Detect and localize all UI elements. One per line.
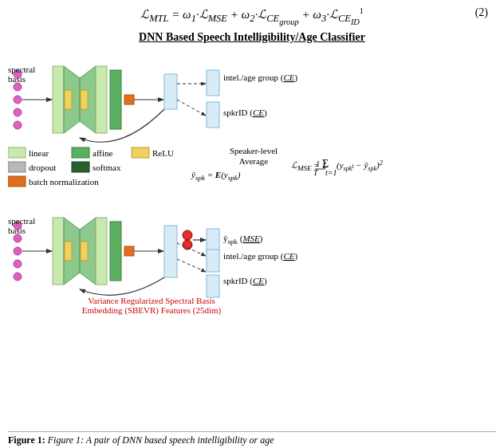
svg-rect-64 <box>207 275 219 297</box>
svg-rect-56 <box>164 226 177 277</box>
svg-rect-29 <box>72 162 89 172</box>
equation-number: (2) <box>475 6 488 19</box>
svg-rect-52 <box>81 242 88 261</box>
svg-text:batch normalization: batch normalization <box>29 177 99 187</box>
svg-text:softmax: softmax <box>93 163 121 172</box>
svg-rect-7 <box>53 66 64 133</box>
spectral-basis-label-top: spectral <box>8 65 35 74</box>
svg-rect-23 <box>72 147 89 158</box>
svg-text:linear: linear <box>29 148 49 158</box>
sbevr-line1: Variance Regularized Spectral Basis <box>88 296 215 305</box>
svg-text:Average: Average <box>239 156 269 166</box>
spkrid-bottom-label: spkrID (CE) <box>223 276 267 286</box>
svg-text:affine: affine <box>93 148 113 158</box>
equation-text: ℒMTL = ω1·ℒMSE + ω2·ℒCEgroup + ω3·ℒCEID1 <box>140 8 364 21</box>
figure-label: Figure 1: <box>8 434 45 446</box>
intel-age-bottom-label: intel./age group (CE) <box>223 251 298 261</box>
svg-text:Σ: Σ <box>322 158 329 170</box>
svg-point-1 <box>14 83 22 91</box>
svg-rect-20 <box>207 102 219 128</box>
svg-text:basis: basis <box>8 74 26 84</box>
svg-point-57 <box>183 230 192 240</box>
svg-text:ReLU: ReLU <box>152 148 174 158</box>
svg-line-18 <box>177 100 206 116</box>
svg-rect-12 <box>81 90 88 109</box>
equation-top: ℒMTL = ω1·ℒMSE + ω2·ℒCEgroup + ω3·ℒCEID1… <box>8 6 496 26</box>
diagram-title: DNN Based Speech Intelligibility/Age Cla… <box>8 31 496 44</box>
svg-point-4 <box>14 121 22 129</box>
svg-point-42 <box>14 247 22 255</box>
mse-formula: ℒMSE = 1 <box>291 160 326 172</box>
svg-rect-63 <box>207 250 219 272</box>
svg-rect-10 <box>96 66 107 133</box>
figure-caption: Figure 1: Figure 1: A pair of DNN based … <box>8 431 496 446</box>
spkrid-top-label: spkrID (CE) <box>223 108 267 118</box>
figure-caption-text: Figure 1: A pair of DNN based speech int… <box>48 434 274 446</box>
svg-rect-54 <box>124 246 134 256</box>
spectral-basis-label-bottom: spectral <box>8 216 35 226</box>
svg-point-41 <box>14 234 22 242</box>
svg-rect-51 <box>65 242 72 261</box>
svg-rect-19 <box>207 70 219 96</box>
yhat-spk-mse-label: ŷspk (MSE) <box>223 234 263 246</box>
svg-rect-16 <box>164 74 177 109</box>
svg-rect-60 <box>207 229 219 251</box>
svg-rect-11 <box>65 90 72 109</box>
svg-text:dropout: dropout <box>29 163 56 172</box>
yhat-formula: ŷspk = E(yspk) <box>191 170 241 182</box>
svg-rect-21 <box>8 147 26 158</box>
sbevr-line2: Embedding (SBEVR) Features (25dim) <box>82 305 222 316</box>
svg-point-44 <box>14 273 22 281</box>
main-diagram-svg: spectral basis intel./age group ( <box>8 50 496 321</box>
svg-point-43 <box>14 260 22 268</box>
svg-rect-50 <box>96 218 107 285</box>
svg-rect-47 <box>53 218 64 285</box>
speaker-avg-label: Speaker-level <box>230 146 278 155</box>
svg-text:basis: basis <box>8 226 26 235</box>
svg-point-2 <box>14 96 22 104</box>
svg-rect-53 <box>110 222 121 281</box>
svg-rect-27 <box>8 162 26 172</box>
svg-point-3 <box>14 108 22 116</box>
svg-text:(yspkt − ŷspk)2: (yspkt − ŷspk)2 <box>337 157 384 172</box>
svg-rect-14 <box>124 95 134 104</box>
intel-age-top-label: intel./age group (CE) <box>223 73 298 83</box>
svg-rect-31 <box>8 176 26 187</box>
page: ℒMTL = ω1·ℒMSE + ω2·ℒCEgroup + ω3·ℒCEID1… <box>0 0 504 448</box>
svg-rect-25 <box>132 147 149 158</box>
svg-rect-13 <box>110 70 121 129</box>
svg-line-62 <box>177 259 206 272</box>
svg-text:1: 1 <box>316 159 320 168</box>
